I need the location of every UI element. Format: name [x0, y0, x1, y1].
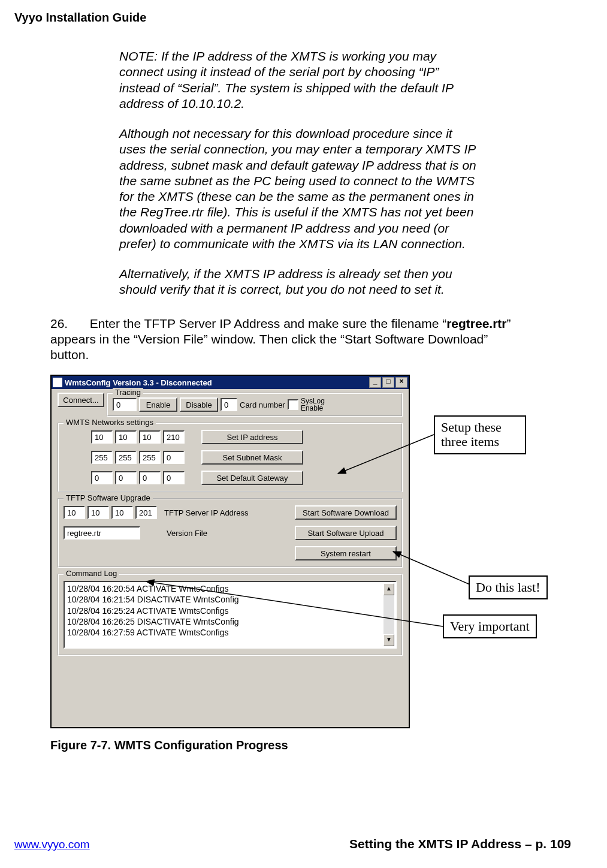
gateway-octet-4[interactable]: 0 [163, 471, 185, 484]
log-line: 10/28/04 16:20:54 ACTIVATE WmtsConfigs [67, 583, 393, 594]
tftp-ip-1[interactable]: 10 [64, 506, 85, 519]
subnet-octet-3[interactable]: 255 [139, 451, 161, 464]
footer-url[interactable]: www.vyyo.com [14, 838, 90, 851]
maximize-button[interactable]: □ [382, 377, 394, 388]
subnet-octet-1[interactable]: 255 [91, 451, 113, 464]
tracing-enable-button[interactable]: Enable [139, 397, 177, 412]
version-file-input[interactable]: regtree.rtr [64, 526, 140, 540]
ip-octet-4[interactable]: 210 [163, 430, 185, 444]
tracing-value-input[interactable]: 0 [113, 398, 137, 411]
tracing-disable-button[interactable]: Disable [180, 397, 218, 412]
figure-7-7: WmtsConfig Version 3.3 - Disconnected _ … [50, 375, 572, 731]
tracing-group-label: Tracing [113, 388, 143, 397]
close-button[interactable]: × [395, 377, 407, 388]
connect-button[interactable]: Connect... [58, 393, 104, 407]
syslog-enable-checkbox[interactable] [288, 399, 298, 410]
gateway-octet-1[interactable]: 0 [91, 471, 113, 484]
log-line: 10/28/04 16:25:24 ACTIVATE WmtsConfigs [67, 605, 393, 616]
log-line: 10/28/04 16:26:25 DISACTIVATE WmtsConfig [67, 616, 393, 627]
card-number-input[interactable]: 0 [221, 398, 237, 411]
set-ip-button[interactable]: Set IP address [201, 430, 303, 444]
tftp-ip-4[interactable]: 201 [135, 506, 157, 519]
subnet-octet-4[interactable]: 0 [163, 451, 185, 464]
note-paragraph-3: Alternatively, if the XMTS IP address is… [119, 266, 478, 298]
step-text-before: Enter the TFTP Server IP Address and mak… [90, 317, 446, 330]
scroll-up-icon[interactable]: ▲ [383, 583, 394, 595]
callout-last-text: Do this last! [476, 580, 540, 595]
tftp-group-label: TFTP Software Upgrade [64, 493, 153, 502]
version-file-label: Version File [167, 529, 207, 538]
scroll-down-icon[interactable]: ▼ [383, 634, 394, 646]
gateway-octet-2[interactable]: 0 [115, 471, 137, 484]
system-restart-button[interactable]: System restart [295, 546, 397, 560]
subnet-octet-2[interactable]: 255 [115, 451, 137, 464]
log-scrollbar[interactable]: ▲ ▼ [383, 583, 394, 646]
window-titlebar[interactable]: WmtsConfig Version 3.3 - Disconnected _ … [52, 376, 409, 389]
ip-octet-2[interactable]: 10 [115, 430, 137, 444]
window-title: WmtsConfig Version 3.3 - Disconnected [65, 378, 212, 387]
set-gateway-button[interactable]: Set Default Gateway [201, 471, 303, 485]
app-icon [53, 378, 62, 387]
start-upload-button[interactable]: Start Software Upload [295, 526, 397, 540]
callout-setup-text: Setup these three items [441, 420, 502, 449]
callout-last-box: Do this last! [469, 575, 548, 599]
figure-caption: Figure 7-7. WMTS Configuration Progress [50, 739, 571, 752]
page-footer: www.vyyo.com Setting the XMTS IP Address… [14, 837, 571, 851]
ip-octet-3[interactable]: 10 [139, 430, 161, 444]
networks-group: WMTS Networks settings 10 10 10 210 Set … [58, 423, 403, 492]
card-number-label: Card number [240, 400, 285, 409]
tftp-ip-3[interactable]: 10 [111, 506, 133, 519]
command-log-label: Command Log [64, 569, 119, 578]
command-log-output[interactable]: 10/28/04 16:20:54 ACTIVATE WmtsConfigs 1… [64, 581, 397, 649]
log-line: 10/28/04 16:21:54 DISACTIVATE WmtsConfig [67, 594, 393, 605]
step-26: 26. Enter the TFTP Server IP Address and… [50, 316, 517, 363]
callout-important-box: Very important [443, 614, 537, 638]
tftp-server-label: TFTP Server IP Address [164, 508, 248, 517]
page-header: Vyyo Installation Guide [14, 11, 571, 25]
wmtsconfig-window: WmtsConfig Version 3.3 - Disconnected _ … [50, 375, 410, 728]
ip-octet-1[interactable]: 10 [91, 430, 113, 444]
tftp-group: TFTP Software Upgrade 10 10 10 201 TFTP … [58, 498, 403, 568]
log-line: 10/28/04 16:27:59 ACTIVATE WmtsConfigs [67, 627, 393, 638]
networks-group-label: WMTS Networks settings [64, 418, 156, 427]
note-paragraph-2: Although not necessary for this download… [119, 126, 478, 252]
command-log-group: Command Log 10/28/04 16:20:54 ACTIVATE W… [58, 574, 403, 656]
callout-setup-box: Setup these three items [434, 415, 526, 454]
start-download-button[interactable]: Start Software Download [295, 505, 397, 520]
set-subnet-button[interactable]: Set Subnet Mask [201, 450, 303, 465]
tftp-ip-2[interactable]: 10 [87, 506, 109, 519]
minimize-button[interactable]: _ [369, 377, 381, 388]
note-paragraph-1: NOTE: If the IP address of the XMTS is w… [119, 49, 478, 111]
step-bold-filename: regtree.rtr [446, 317, 506, 330]
callout-important-text: Very important [450, 619, 530, 634]
syslog-enable-label: SysLog Enable [301, 397, 325, 412]
gateway-octet-3[interactable]: 0 [139, 471, 161, 484]
footer-page-info: Setting the XMTS IP Address – p. 109 [349, 837, 571, 851]
step-number: 26. [50, 316, 86, 331]
